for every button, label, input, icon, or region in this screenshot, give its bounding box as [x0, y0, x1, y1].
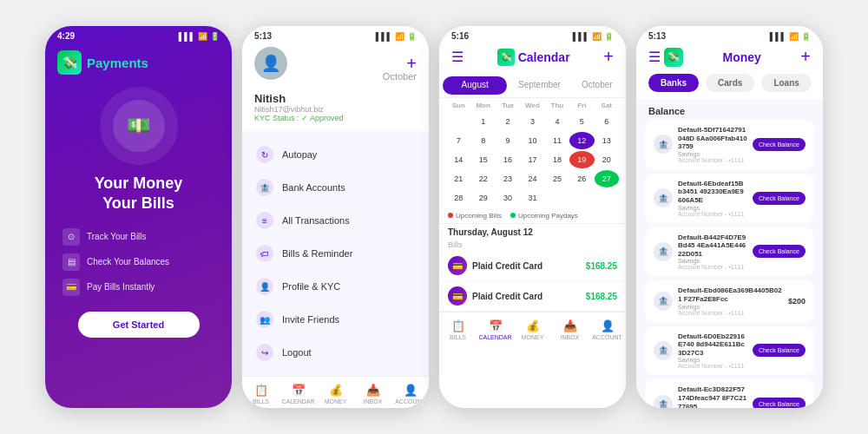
cal-logo-icon: 💸 — [497, 49, 515, 66]
cal-day-28[interactable]: 28 — [446, 189, 470, 207]
menu-bank-accounts[interactable]: 🏦 Bank Accounts — [242, 171, 429, 204]
nav-inbox-3[interactable]: 📥 INBOX — [551, 319, 589, 340]
cal-day-6[interactable]: 6 — [595, 113, 619, 130]
acc-type-2: Savings — [678, 205, 747, 211]
cal-day-11[interactable]: 11 — [545, 132, 569, 149]
cal-day-8[interactable]: 8 — [470, 132, 495, 149]
cal-day-31[interactable]: 31 — [520, 189, 544, 207]
hero-title: Your Money Your Bills — [95, 174, 183, 214]
status-bar-4: 5:13 ▌▌▌ 📶 🔋 — [636, 26, 823, 43]
nav-acc-label-3: ACCOUNT — [592, 334, 622, 340]
cal-day-18[interactable]: 18 — [545, 151, 569, 168]
tab-cards[interactable]: Cards — [706, 74, 754, 92]
nav-cal-label-3: CALENDAR — [478, 334, 511, 340]
cal-day-22[interactable]: 22 — [470, 170, 495, 187]
phone-screen-4: 5:13 ▌▌▌ 📶 🔋 ☰ 💸 Money + Banks Cards Loa… — [636, 26, 823, 408]
tab-september[interactable]: September — [510, 74, 568, 97]
hamburger-icon-4[interactable]: ☰ — [648, 49, 661, 65]
acc-amount-4: $200 — [788, 297, 806, 306]
tab-loans[interactable]: Loans — [761, 74, 811, 92]
tab-august[interactable]: August — [443, 76, 507, 95]
add-button-3[interactable]: + — [603, 47, 614, 67]
feature-text-1: Track Your Bills — [87, 232, 147, 241]
app-header: 💸 Payments — [45, 43, 232, 78]
acc-num-4: Account Number - •1111 — [678, 310, 783, 316]
battery-icon-4: 🔋 — [801, 32, 811, 41]
status-bar-2: 5:13 ▌▌▌ 📶 🔋 — [242, 26, 429, 43]
selected-date-title: Thursday, August 12 — [439, 223, 626, 239]
bill-row-2: 💳 Plaid Credit Card $168.25 — [439, 281, 626, 312]
cal-day-3[interactable]: 3 — [520, 113, 544, 130]
cal-day-23[interactable]: 23 — [496, 170, 520, 187]
battery-icon: 🔋 — [210, 32, 220, 41]
menu-profile[interactable]: 👤 Profile & KYC — [242, 270, 429, 303]
cal-day-30[interactable]: 30 — [496, 189, 520, 207]
nav-calendar-3[interactable]: 📅 CALENDAR — [477, 319, 514, 340]
acc-info-4: Default-Ebd086Ea369B4405B021 F27Fa2E8Fcc… — [678, 286, 783, 315]
check-balance-btn-6[interactable]: Check Balance — [753, 398, 806, 408]
get-started-button[interactable]: Get Started — [78, 312, 200, 338]
cal-day-27-pay[interactable]: 27 — [595, 170, 619, 187]
cal-day-7[interactable]: 7 — [446, 132, 470, 149]
nav-cal-label-2: CALENDAR — [281, 398, 314, 404]
tab-october[interactable]: October — [569, 74, 626, 97]
cal-day-29[interactable]: 29 — [470, 189, 495, 207]
nav-bills-3[interactable]: 📋 BILLS — [439, 319, 477, 340]
add-button-4[interactable]: + — [800, 47, 811, 67]
cal-day-5[interactable]: 5 — [569, 113, 594, 130]
hamburger-icon-3[interactable]: ☰ — [451, 49, 464, 65]
menu-logout[interactable]: ↪ Logout — [242, 336, 429, 369]
acc-info-3: Default-B442F4D7E9Bd45 4Ea441A5E44622D05… — [678, 233, 747, 271]
nav-inbox-label-3: INBOX — [561, 334, 580, 340]
money-tabs: Banks Cards Loans — [636, 74, 823, 99]
check-balance-btn-3[interactable]: Check Balance — [753, 245, 806, 258]
nav-bills-2[interactable]: 📋 BILLS — [242, 384, 279, 404]
nav-bills-icon-2: 📋 — [254, 384, 268, 397]
cal-day-13[interactable]: 13 — [595, 132, 619, 149]
signal-icon-4: ▌▌▌ — [770, 32, 786, 41]
profile-icon: 👤 — [256, 278, 273, 295]
nav-calendar-2[interactable]: 📅 CALENDAR — [279, 384, 317, 404]
nav-account-3[interactable]: 👤 ACCOUNT — [589, 319, 626, 340]
wifi-icon: 📶 — [198, 32, 207, 41]
nav-inbox-2[interactable]: 📥 INBOX — [354, 384, 391, 404]
cal-day-1[interactable]: 1 — [470, 113, 495, 130]
cal-day-14[interactable]: 14 — [446, 151, 470, 168]
cal-day-20[interactable]: 20 — [595, 151, 619, 168]
cal-day-10[interactable]: 10 — [520, 132, 544, 149]
dow-tue: Tue — [496, 102, 520, 109]
dow-thu: Thu — [545, 102, 569, 109]
cal-day-9[interactable]: 9 — [496, 132, 520, 149]
user-email: Nitish17@vibhut.biz — [254, 105, 417, 114]
account-row-4: 🏦 Default-Ebd086Ea369B4405B021 F27Fa2E8F… — [645, 280, 814, 321]
cal-day-17[interactable]: 17 — [520, 151, 544, 168]
cal-day-4[interactable]: 4 — [545, 113, 569, 130]
menu-bills-reminder[interactable]: 🏷 Bills & Reminder — [242, 237, 429, 270]
nav-money-3[interactable]: 💰 MONEY — [514, 319, 551, 340]
menu-autopay[interactable]: ↻ Autopay — [242, 138, 429, 171]
autopay-icon: ↻ — [256, 146, 273, 163]
check-balance-btn-1[interactable]: Check Balance — [753, 138, 806, 151]
nav-bills-label-3: BILLS — [450, 334, 466, 340]
calendar-title: Calendar — [518, 50, 570, 64]
acc-name-3: Default-B442F4D7E9Bd45 4Ea441A5E44622D05… — [678, 233, 747, 259]
cal-day-21[interactable]: 21 — [446, 170, 470, 187]
feature-2: ▤ Check Your Balances — [62, 253, 214, 271]
nav-money-2[interactable]: 💰 MONEY — [317, 384, 354, 404]
status-icons-2: ▌▌▌ 📶 🔋 — [376, 32, 417, 41]
check-balance-btn-5[interactable]: Check Balance — [753, 344, 806, 357]
cal-day-24[interactable]: 24 — [520, 170, 544, 187]
menu-all-transactions[interactable]: ≡ All Transactions — [242, 204, 429, 237]
cal-day-16[interactable]: 16 — [496, 151, 520, 168]
cal-day-26[interactable]: 26 — [569, 170, 594, 187]
cal-day-25[interactable]: 25 — [545, 170, 569, 187]
cal-day-2[interactable]: 2 — [496, 113, 520, 130]
acc-icon-2: 🏦 — [654, 188, 673, 207]
tab-banks[interactable]: Banks — [648, 74, 699, 92]
menu-invite[interactable]: 👥 Invite Friends — [242, 303, 429, 336]
cal-day-15[interactable]: 15 — [470, 151, 495, 168]
nav-account-2[interactable]: 👤 ACCOUNT — [391, 384, 429, 404]
cal-day-19-bill[interactable]: 19 — [569, 151, 594, 168]
cal-day-12-today[interactable]: 12 — [569, 132, 594, 149]
check-balance-btn-2[interactable]: Check Balance — [753, 192, 806, 205]
